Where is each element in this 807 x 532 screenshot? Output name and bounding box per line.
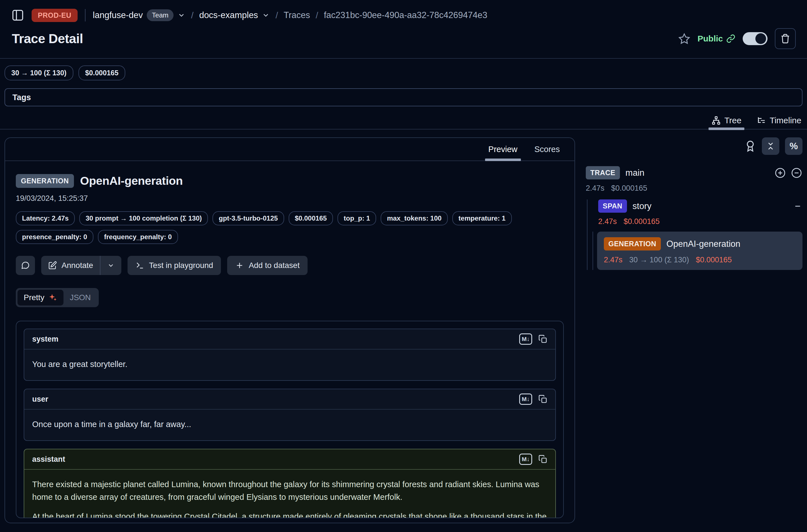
add-to-dataset-button[interactable]: Add to dataset [227, 256, 307, 275]
observation-title-row: GENERATION OpenAI-generation [16, 174, 564, 188]
tree-row-span[interactable]: SPAN story [598, 200, 803, 213]
award-icon[interactable] [744, 140, 756, 152]
breadcrumb-project[interactable]: docs-examples [199, 10, 258, 20]
trace-summary-badges: 30 → 100 (Σ 130) $0.000165 [0, 65, 807, 80]
view-tabs: Tree Timeline [0, 112, 807, 130]
comment-button[interactable] [16, 256, 35, 275]
copy-icon[interactable] [538, 455, 547, 464]
trace-tree: TRACE main 2.47s $0.000165 SPAN [586, 166, 803, 270]
message-role: assistant [32, 455, 65, 464]
trash-icon [780, 34, 790, 44]
metrics-toggle-button[interactable]: % [785, 137, 803, 155]
generation-title-row: GENERATION OpenAI-generation [604, 237, 796, 250]
observation-timestamp: 19/03/2024, 15:25:37 [16, 194, 564, 203]
tree-row-generation-selected[interactable]: GENERATION OpenAI-generation 2.47s 30 → … [597, 232, 803, 270]
tree-row-trace[interactable]: TRACE main [586, 166, 803, 179]
tree-children-level-2: GENERATION OpenAI-generation 2.47s 30 → … [593, 232, 803, 270]
plus-icon [235, 261, 244, 270]
header-actions: Public [678, 28, 796, 49]
copy-icon[interactable] [538, 335, 547, 344]
timeline-icon [757, 116, 766, 125]
header-divider [0, 58, 807, 59]
format-json-segment[interactable]: JSON [63, 290, 97, 305]
trace-tree-sidebar: % TRACE main 2.47s $0.000165 [586, 137, 803, 270]
cost-badge: $0.000165 [289, 211, 333, 225]
generation-tokens: 30 → 100 (Σ 130) [629, 255, 689, 264]
add-to-dataset-label: Add to dataset [249, 261, 300, 270]
fold-vertical-icon [766, 141, 775, 151]
tab-tree[interactable]: Tree [710, 112, 743, 129]
cost-badge: $0.000165 [78, 65, 125, 80]
markdown-toggle-icon[interactable]: M↓ [519, 394, 532, 405]
annotate-button[interactable]: Annotate [41, 256, 100, 275]
markdown-toggle-icon[interactable]: M↓ [519, 454, 532, 465]
test-in-playground-button[interactable]: Test in playground [128, 256, 221, 275]
chevron-down-icon [107, 262, 115, 269]
collapse-all-button[interactable] [762, 137, 780, 155]
max-tokens-badge: max_tokens: 100 [381, 211, 448, 225]
format-pretty-segment[interactable]: Pretty [18, 290, 63, 305]
markdown-toggle-icon[interactable]: M↓ [519, 334, 532, 345]
page-title: Trace Detail [12, 31, 83, 46]
collapse-node-icon[interactable] [793, 202, 803, 211]
chevron-down-icon[interactable] [262, 11, 270, 19]
trace-badge: TRACE [586, 166, 620, 179]
breadcrumb-separator: / [191, 10, 193, 21]
delete-trace-button[interactable] [775, 28, 796, 49]
annotate-split-button: Annotate [41, 256, 121, 275]
public-label: Public [697, 34, 723, 43]
trace-metrics: 2.47s $0.000165 [586, 184, 803, 193]
observation-panel: Preview Scores GENERATION OpenAI-generat… [4, 137, 575, 523]
breadcrumb-separator: / [316, 10, 318, 21]
tab-preview[interactable]: Preview [481, 138, 525, 160]
generation-cost: $0.000165 [696, 255, 732, 264]
chevron-down-icon[interactable] [177, 11, 185, 19]
generation-name: OpenAI-generation [667, 239, 740, 249]
edit-icon [48, 261, 57, 270]
sparkles-icon [48, 293, 57, 302]
token-usage-badge: 30 → 100 (Σ 130) [4, 65, 73, 80]
link-icon [726, 34, 735, 43]
actions-row: Annotate Test in playground Add to datas… [16, 256, 564, 275]
presence-penalty-badge: presence_penalty: 0 [16, 230, 93, 244]
annotate-dropdown-button[interactable] [100, 256, 121, 275]
message-card-system: system M↓ You are a great storyteller. [24, 329, 556, 381]
percent-icon: % [789, 141, 798, 151]
span-latency: 2.47s [598, 217, 617, 226]
topbar: PROD-EU langfuse-dev Team / docs-example… [0, 6, 807, 24]
trace-row-actions [774, 167, 803, 179]
breadcrumb-traces[interactable]: Traces [284, 10, 310, 20]
expand-all-icon[interactable] [774, 167, 786, 179]
message-card-assistant: assistant M↓ There existed a majestic pl… [24, 449, 556, 518]
panel-body: GENERATION OpenAI-generation 19/03/2024,… [5, 161, 575, 523]
page-header: Trace Detail Public [0, 27, 807, 50]
public-toggle[interactable] [743, 32, 768, 45]
copy-icon[interactable] [538, 395, 547, 404]
tree-children-level-1: SPAN story 2.47s $0.000165 GENER [587, 200, 803, 270]
tags-box[interactable]: Tags [4, 88, 803, 106]
sidebar-toggle-icon[interactable] [11, 9, 24, 22]
span-name: story [633, 201, 652, 211]
message-header: user M↓ [24, 389, 555, 410]
message-tools: M↓ [519, 394, 547, 405]
tab-scores[interactable]: Scores [527, 138, 567, 160]
panel-tabs: Preview Scores [5, 138, 575, 161]
message-card-user: user M↓ Once upon a time in a galaxy far… [24, 389, 556, 441]
star-bookmark-icon[interactable] [678, 33, 690, 44]
message-content: There existed a majestic planet called L… [24, 470, 555, 518]
span-metrics: 2.47s $0.000165 [598, 217, 803, 226]
collapse-all-icon[interactable] [791, 167, 803, 179]
environment-badge: PROD-EU [32, 9, 78, 22]
format-toggle: Pretty JSON [16, 288, 99, 307]
tab-timeline[interactable]: Timeline [756, 112, 803, 129]
topbar-separator [85, 9, 86, 21]
temperature-badge: temperature: 1 [452, 211, 512, 225]
annotate-label: Annotate [61, 261, 93, 270]
span-cost: $0.000165 [624, 217, 660, 226]
tab-timeline-label: Timeline [770, 116, 801, 125]
message-tools: M↓ [519, 334, 547, 345]
message-header: assistant M↓ [24, 449, 555, 470]
breadcrumb-separator: / [276, 10, 278, 21]
breadcrumb-org[interactable]: langfuse-dev [93, 10, 143, 20]
public-link[interactable]: Public [697, 34, 735, 43]
